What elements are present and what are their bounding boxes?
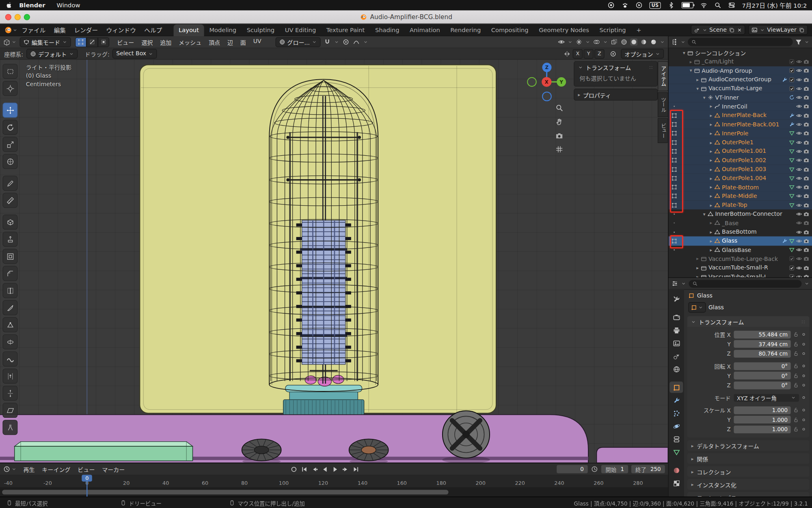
camera-icon[interactable] [803,193,809,199]
lockopen-icon[interactable] [793,341,799,347]
viewport-menu-頂点[interactable]: 頂点 [205,37,224,48]
eye-icon[interactable] [796,59,802,65]
outliner-row[interactable]: ▸AudioConnectorGroup [669,75,812,84]
outliner-row[interactable]: ▸InnerCoil [669,102,812,111]
deco-icon[interactable] [801,341,806,347]
properties-tab-render[interactable] [669,312,683,323]
timeline-menu-再生[interactable]: 再生 [19,464,38,475]
disclosure-toggle[interactable]: ▸ [708,185,714,190]
eye-icon[interactable] [796,85,802,91]
timeline-scrollbar[interactable] [0,487,668,497]
deco-icon[interactable] [801,427,806,432]
checkbox-icon[interactable] [789,274,795,278]
lockopen-icon[interactable] [793,417,799,423]
workspace-tab-layout[interactable]: Layout [173,24,204,36]
deco-icon[interactable] [801,373,806,378]
outliner-row[interactable]: ▸Plate-Top [669,201,812,210]
tool-cursor[interactable] [2,81,17,96]
editor-type-icon[interactable] [671,38,678,46]
outliner-row[interactable]: ▾Audio-Amp Group [669,66,812,75]
scene-selector[interactable]: Scene [691,25,745,35]
grip-icon[interactable] [648,65,654,70]
eye-icon[interactable] [796,103,802,109]
window-menu[interactable]: Window [52,2,85,9]
camera-icon[interactable] [803,103,809,109]
camera-icon[interactable] [803,238,809,244]
viewport-menu-追加[interactable]: 追加 [156,37,175,48]
chevron-down-icon[interactable] [585,39,590,45]
disclosure-toggle[interactable]: ▸ [708,158,714,163]
deco-icon[interactable] [801,351,806,356]
menubar-clock[interactable]: 7月27日 (水) 午前 10:2 [742,1,807,9]
wifi-icon[interactable] [700,2,707,9]
tool-spin[interactable] [2,334,17,350]
eye-icon[interactable] [796,139,802,145]
mirror-z-button[interactable]: Z [594,49,604,59]
value-field[interactable]: 37.494 cm [734,340,790,348]
bluetooth-icon[interactable] [667,2,675,9]
next-key-icon[interactable] [342,465,350,473]
camera-icon[interactable] [803,211,809,217]
disclosure-toggle[interactable]: ▸ [708,131,714,136]
properties-tab-tool[interactable] [669,293,683,305]
menu-ウィンドウ[interactable]: ウィンドウ [102,25,140,35]
checkbox-icon[interactable] [789,76,795,82]
disclosure-toggle[interactable]: ▸ [708,193,714,199]
npanel-tab-アイテム[interactable]: アイテム [658,61,668,91]
outliner-row[interactable]: ▸InnerPole [669,129,812,138]
tool-annotate[interactable] [2,176,17,191]
eye-icon[interactable] [796,220,802,226]
outliner-row[interactable]: ▸OuterPole1.003 [669,165,812,174]
camera-view-icon[interactable] [554,130,565,141]
viewport-menu-メッシュ[interactable]: メッシュ [175,37,205,48]
solid-shading-icon[interactable] [630,38,637,46]
camera-icon[interactable] [803,94,809,100]
navigation-gizmo[interactable]: Z Y X [525,61,569,105]
timeline-ruler[interactable]: -40-200204060801001201401601802002202402… [0,475,668,488]
eye-icon[interactable] [796,94,802,100]
properties-tab-view-layer[interactable] [669,337,683,349]
face-select-button[interactable] [98,37,109,47]
disclosure-toggle[interactable]: ▸ [708,149,714,154]
disclosure-toggle[interactable]: ▸ [708,122,714,127]
disclosure-toggle[interactable]: ▸ [688,59,694,64]
outliner-row[interactable]: ▸_Cam/Light [669,57,812,66]
play-icon[interactable] [331,465,339,473]
eye-icon[interactable] [796,193,802,199]
visibility-dropdown-icon[interactable] [558,38,565,46]
zoom-tool-icon[interactable] [554,102,565,113]
camera-icon[interactable] [803,139,809,145]
value-field[interactable]: XYZ オイラー角 [734,394,799,402]
outliner-row[interactable]: ▸OuterPole1.001 [669,147,812,156]
tool-transform[interactable] [2,154,17,169]
camera-icon[interactable] [803,220,809,226]
outliner-row[interactable]: ▸_Base [669,219,812,228]
tool-rotate[interactable] [2,120,17,135]
tool-loop-cut[interactable] [2,283,17,298]
value-field[interactable]: 0° [734,372,790,380]
outliner-row[interactable]: ▸BaseBottom [669,228,812,237]
lockopen-icon[interactable] [793,426,799,432]
editor-type-icon[interactable] [3,465,11,473]
properties-tab-world[interactable] [669,363,683,375]
vertex-select-button[interactable] [75,37,86,47]
mirror-y-button[interactable]: Y [584,49,594,59]
camera-icon[interactable] [803,247,809,253]
camera-icon[interactable] [803,112,809,118]
eye-icon[interactable] [796,112,802,118]
chevron-down-icon[interactable] [568,39,573,45]
chevron-down-icon[interactable] [363,39,368,45]
edge-select-button[interactable] [86,37,98,47]
frame-end-field[interactable]: 終了250 [631,465,665,473]
lockopen-icon[interactable] [793,382,799,388]
app-menu[interactable]: Blender [15,2,50,9]
battery-icon[interactable] [681,2,693,8]
disclosure-toggle[interactable]: ▸ [694,265,700,271]
jump-first-icon[interactable] [300,465,308,473]
current-frame-field[interactable]: 0 [557,465,588,473]
chevron-down-icon[interactable] [334,39,339,45]
chevron-down-icon[interactable] [804,39,810,45]
playhead-frame-badge[interactable]: 0 [82,475,92,482]
timeline-menu-マーカー[interactable]: マーカー [98,464,128,475]
outliner-row[interactable]: ▸Plate-Middle [669,192,812,201]
